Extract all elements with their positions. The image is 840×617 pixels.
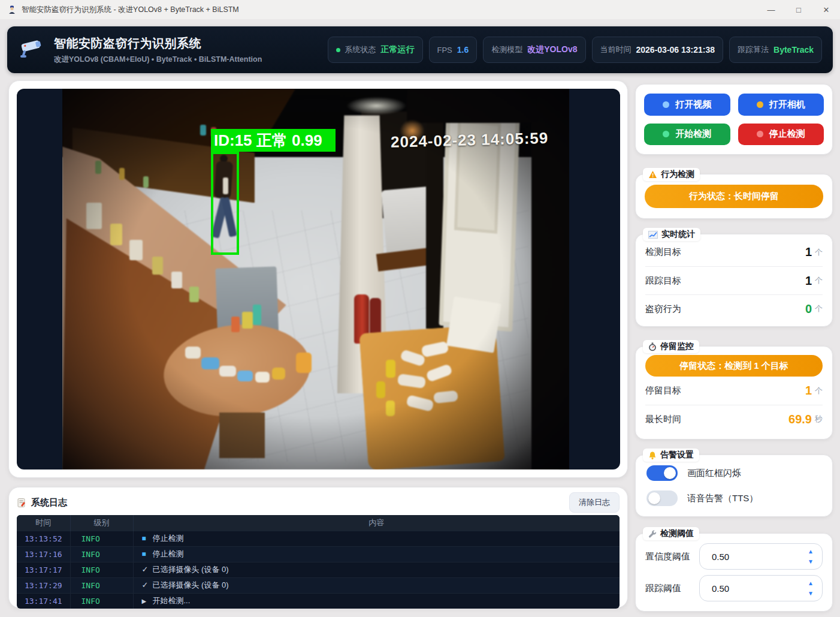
log-col-level: 级别 [70,515,133,531]
log-header-row: 时间 级别 内容 [17,515,620,531]
badge-value: 正常运行 [381,44,415,55]
log-content: ■停止检测 [133,546,620,562]
stay-row-targets: 停留目标 1 个 [645,377,823,405]
log-level: INFO [70,531,133,546]
alarm-settings-card: 告警设置 画面红框闪烁 语音告警（TTS） [635,455,833,517]
open-camera-button[interactable]: 打开相机 [738,94,824,116]
window-titlebar: 智能安防盗窃行为识别系统 - 改进YOLOv8 + ByteTrack + Bi… [0,0,840,19]
memo-icon [17,498,27,508]
video-card: ID:15 正常 0.99 2024-02-23 14:05:59 [8,80,628,478]
start-detection-button[interactable]: 开始检测 [644,124,730,146]
system-log-card: 系统日志 清除日志 时间 级别 内容 13:13:52 INFO ■停止检测 1… [8,487,628,608]
chart-icon [648,231,658,239]
page-title: 智能安防盗窃行为识别系统 [54,35,262,52]
log-row[interactable]: 13:17:29 INFO ✓已选择摄像头 (设备 0) [17,577,620,593]
redbox-flash-toggle[interactable] [646,465,678,481]
log-content: ▶开始检测... [133,593,620,609]
log-table: 时间 级别 内容 13:13:52 INFO ■停止检测 13:17:16 IN… [17,515,620,609]
badge-value: 改进YOLOv8 [527,44,577,55]
cctv-camera-icon [18,37,47,62]
toggle-row-redbox: 画面红框闪烁 [646,465,821,481]
tracking-threshold-spinner[interactable]: 0.50 ▲ ▼ [699,575,823,601]
log-time: 13:17:29 [17,577,70,593]
log-time: 13:17:16 [17,546,70,562]
threshold-card: 检测阈值 置信度阈值 0.50 ▲ ▼ 跟踪阈值 0.50 ▲ ▼ [635,533,833,612]
stat-row-tracked: 跟踪目标 1 个 [645,266,823,294]
stat-row-detected: 检测目标 1 个 [645,238,823,266]
stay-row-maxtime: 最长时间 69.9 秒 [645,405,823,433]
badge-current-time: 当前时间 2026-03-06 13:21:38 [592,37,724,63]
stay-section-legend: 停留监控 [643,340,699,353]
log-content: ✓已选择摄像头 (设备 0) [133,577,620,593]
warning-icon [648,170,657,179]
log-level: INFO [70,577,133,593]
log-time: 13:17:41 [17,593,70,609]
status-dot-icon [336,48,340,52]
badge-label: 系统状态 [345,44,376,55]
log-level: INFO [70,562,133,577]
dot-icon [757,131,763,137]
detection-label: ID:15 正常 0.99 [211,129,336,152]
control-buttons-card: 打开视频 打开相机 开始检测 停止检测 [635,84,833,155]
open-video-button[interactable]: 打开视频 [644,94,730,116]
behavior-section-legend: 行为检测 [643,168,700,181]
dot-icon [663,131,669,137]
header-titles: 智能安防盗窃行为识别系统 改进YOLOv8 (CBAM+EIoU) • Byte… [54,35,262,65]
badge-fps: FPS 1.6 [429,37,478,63]
log-level: INFO [70,593,133,609]
clear-log-button[interactable]: 清除日志 [569,492,620,513]
badge-system-status: 系统状态 正常运行 [328,37,423,63]
play-icon: ▶ [142,598,153,604]
video-frame: ID:15 正常 0.99 2024-02-23 14:05:59 [62,89,569,469]
badge-label: 检测模型 [491,44,522,55]
log-row[interactable]: 13:13:52 INFO ■停止检测 [17,531,620,546]
log-col-time: 时间 [17,515,70,531]
behavior-detection-card: 行为检测 行为状态：长时间停留 [635,174,833,219]
sidebar: 打开视频 打开相机 开始检测 停止检测 行为检测 行为状态：长时间停留 [635,80,833,614]
log-content: ■停止检测 [133,531,620,546]
spin-up-icon[interactable]: ▲ [808,580,814,586]
badge-label: FPS [437,46,452,55]
page-subtitle: 改进YOLOv8 (CBAM+EIoU) • ByteTrack • BiLST… [54,55,262,65]
alarm-section-legend: 告警设置 [643,449,699,462]
app-icon [7,5,17,14]
stay-status-pill: 停留状态：检测到 1 个目标 [645,355,823,377]
badge-value: 2026-03-06 13:21:38 [636,45,715,55]
stop-icon: ■ [142,534,153,543]
log-row[interactable]: 13:17:17 INFO ✓已选择摄像头 (设备 0) [17,562,620,577]
window-title: 智能安防盗窃行为识别系统 - 改进YOLOv8 + ByteTrack + Bi… [22,5,239,15]
log-row[interactable]: 13:17:41 INFO ▶开始检测... [17,593,620,609]
stopwatch-icon [648,342,657,351]
spinner-value: 0.50 [712,552,729,562]
maximize-button[interactable]: □ [785,0,812,19]
stay-monitoring-card: 停留监控 停留状态：检测到 1 个目标 停留目标 1 个 最长时间 69.9 秒 [635,346,833,440]
spin-down-icon[interactable]: ▼ [808,591,814,597]
log-row[interactable]: 13:17:16 INFO ■停止检测 [17,546,620,562]
threshold-section-legend: 检测阈值 [643,527,699,540]
status-badges: 系统状态 正常运行 FPS 1.6 检测模型 改进YOLOv8 当前时间 202… [328,37,823,63]
realtime-stats-card: 实时统计 检测目标 1 个 跟踪目标 1 个 盗窃行为 0 个 [635,234,833,327]
stat-row-theft: 盗窃行为 0 个 [645,294,823,323]
confidence-threshold-spinner[interactable]: 0.50 ▲ ▼ [699,543,823,570]
badge-label: 当前时间 [600,44,631,55]
stats-section-legend: 实时统计 [643,228,700,241]
log-section-title: 系统日志 [31,497,67,508]
close-button[interactable]: ✕ [812,0,840,19]
log-time: 13:17:17 [17,562,70,577]
log-time: 13:13:52 [17,531,70,546]
badge-value: ByteTrack [773,45,814,55]
log-col-content: 内容 [133,515,620,531]
video-container: ID:15 正常 0.99 2024-02-23 14:05:59 [17,89,620,469]
confidence-threshold-row: 置信度阈值 0.50 ▲ ▼ [645,543,823,570]
stop-detection-button[interactable]: 停止检测 [738,124,824,146]
badge-tracker: 跟踪算法 ByteTrack [729,37,822,63]
wrench-icon [648,529,657,538]
bell-icon [648,451,657,460]
badge-model: 检测模型 改进YOLOv8 [483,37,585,63]
spin-down-icon[interactable]: ▼ [808,559,814,565]
tts-alarm-toggle[interactable] [646,490,678,506]
spin-up-icon[interactable]: ▲ [808,549,814,555]
log-content: ✓已选择摄像头 (设备 0) [133,562,620,577]
minimize-button[interactable]: — [757,0,785,19]
dot-icon [663,101,669,108]
